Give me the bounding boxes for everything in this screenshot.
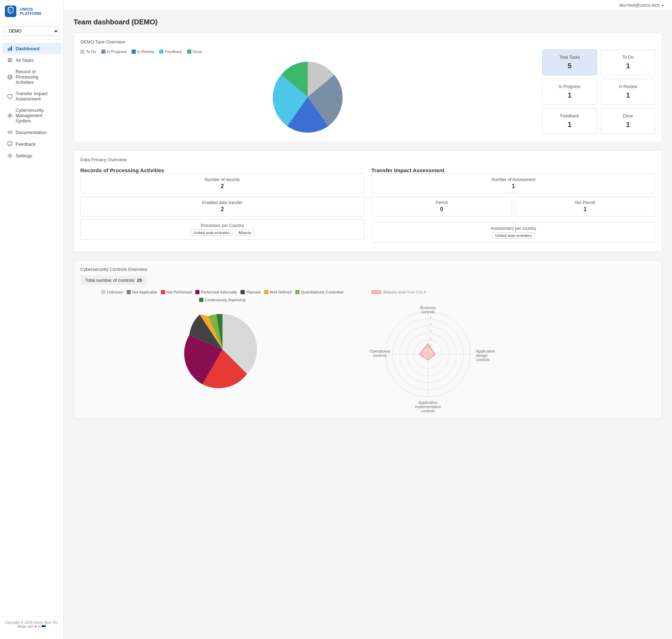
made-with-text: Made with ♥ in 🇪🇪: [4, 625, 59, 628]
tia-countries-label: Assessment per country: [377, 226, 650, 231]
ropa-data-transfer: Enabled data transfer 2: [80, 196, 364, 216]
radar-legend: Maturity level from 0 to 6: [371, 290, 655, 294]
legend-done: Done: [187, 50, 202, 54]
svg-line-15: [10, 131, 10, 134]
svg-text:4: 4: [430, 323, 431, 326]
cyber-legend-ci: Continuously Improving: [199, 298, 245, 302]
cyber-label-planned: Planned: [246, 290, 260, 294]
stat-inprogress-value: 1: [548, 91, 592, 99]
svg-point-13: [9, 115, 11, 116]
task-overview-inner: To Do In Progress In Review: [80, 50, 655, 136]
legend-inprogress: In Progress: [101, 50, 127, 54]
svg-rect-5: [10, 47, 11, 51]
tia-not-permit-value: 1: [520, 206, 650, 213]
tia-countries-tags: United arab emirates: [377, 232, 650, 239]
cyber-pie-svg: [180, 307, 265, 392]
tia-not-permit: Not Permit 1: [515, 196, 656, 216]
cyber-dot-pi: [195, 290, 199, 294]
cyber-dot-unknown: [101, 290, 105, 294]
svg-text:controls: controls: [421, 409, 435, 413]
top-bar: dev+test@unicis.tech ▾: [64, 0, 672, 11]
sidebar-item-docs[interactable]: Documentation: [2, 127, 61, 138]
cyber-dot-na: [127, 290, 131, 294]
sidebar-item-dashboard[interactable]: Dashboard: [2, 43, 61, 54]
main-content: dev+test@unicis.tech ▾ Team dashboard (D…: [64, 0, 672, 639]
cybersecurity-section: Cybersecurity Controls Overview Total nu…: [74, 260, 662, 419]
radar-axis-app-impl: Application: [418, 400, 438, 405]
stat-inprogress: In Progress 1: [542, 79, 597, 105]
sidebar-item-cms[interactable]: Cybersecurity Management System: [2, 105, 61, 126]
code-icon: [7, 129, 13, 135]
svg-text:implementation: implementation: [415, 405, 441, 409]
stat-inreview-label: In Review: [606, 84, 650, 89]
sidebar-item-ropa[interactable]: Record of Processing Activities: [2, 66, 61, 88]
sidebar-item-tia[interactable]: Transfer Impact Assessment: [2, 88, 61, 104]
svg-text:controls: controls: [476, 358, 490, 362]
svg-text:controls: controls: [421, 310, 435, 314]
legend-feedback-label: Feedback: [165, 50, 182, 54]
cyber-label-qc: Quantitatively Controlled: [301, 290, 343, 294]
cyber-label-ci: Continuously Improving: [205, 298, 245, 302]
tia-permit-label: Permit: [377, 200, 507, 205]
tia-col: Transfer Impact Assessment Number of Ass…: [371, 167, 655, 245]
cyber-pie-wrap: [80, 307, 364, 392]
cyber-legend-na: Not Applicable: [127, 290, 157, 294]
sidebar-logo: UNICIS PLATFORM: [0, 0, 63, 23]
ropa-col: Records of Processing Activities Number …: [80, 167, 364, 245]
stat-done: Done 1: [601, 108, 655, 134]
tia-not-permit-label: Not Permit: [520, 200, 650, 205]
task-chart-area: To Do In Progress In Review: [80, 50, 535, 136]
user-menu-chevron[interactable]: ▾: [662, 4, 664, 7]
cog-icon: [7, 153, 13, 158]
total-controls-badge: Total number of controls 25: [80, 275, 147, 285]
total-controls-label: Total number of controls: [85, 278, 134, 283]
team-selector-wrap[interactable]: DEMO: [0, 23, 63, 40]
legend-todo-label: To Do: [86, 50, 96, 54]
ropa-countries: Processes per Country United arab emirat…: [80, 219, 364, 240]
legend-inreview-label: In Review: [137, 50, 154, 54]
task-legend: To Do In Progress In Review: [80, 50, 535, 54]
stat-inprogress-label: In Progress: [548, 84, 592, 89]
sidebar-item-feedback[interactable]: Feedback: [2, 138, 61, 150]
task-overview-section: DEMO Task Overview To Do In Progress: [74, 33, 662, 143]
stat-total-value: 5: [548, 62, 592, 70]
data-privacy-section: Data Privacy Overview Records of Process…: [74, 150, 662, 252]
ropa-num-records-value: 2: [86, 183, 359, 190]
ropa-countries-tags: United arab emirates Albania: [86, 230, 359, 236]
stat-feedback-label: Feedback: [548, 114, 592, 118]
cyber-legend: Unknown Not Applicable Not Performed: [80, 290, 364, 302]
stat-todo-value: 1: [606, 62, 650, 70]
list-icon: [7, 57, 13, 63]
svg-point-14: [8, 114, 12, 117]
stat-inreview-value: 1: [606, 91, 650, 99]
sidebar-item-docs-label: Documentation: [16, 130, 46, 135]
task-overview-label: DEMO Task Overview: [80, 39, 655, 45]
app-logo-icon: [4, 5, 17, 18]
ropa-title: Records of Processing Activities: [80, 167, 364, 173]
tia-countries: Assessment per country United arab emira…: [371, 222, 655, 243]
svg-text:design: design: [476, 353, 487, 358]
cyber-dot-qc: [295, 290, 300, 294]
cyber-label-pi: Performed Informally: [201, 290, 237, 294]
cyber-label-unknown: Unknown: [107, 290, 123, 294]
cyber-legend-qc: Quantitatively Controlled: [295, 290, 343, 294]
svg-text:controls: controls: [373, 353, 387, 358]
cyber-legend-np: Not Performed: [161, 290, 192, 294]
sidebar-item-all-tasks[interactable]: All Tasks: [2, 54, 61, 66]
bar-chart-icon: [7, 46, 13, 51]
ropa-tag-albania: Albania: [235, 230, 254, 236]
svg-text:5: 5: [430, 315, 431, 319]
cyber-label-wd: Well Defined: [270, 290, 292, 294]
app-layout: UNICIS PLATFORM DEMO Dashboard A: [0, 0, 672, 639]
ropa-data-transfer-label: Enabled data transfer: [86, 200, 359, 205]
ropa-countries-label: Processes per Country: [86, 223, 359, 228]
team-select[interactable]: DEMO: [4, 27, 59, 36]
data-privacy-label: Data Privacy Overview: [80, 157, 655, 162]
legend-inprogress-label: In Progress: [107, 50, 127, 54]
sidebar-item-settings[interactable]: Settings: [2, 150, 61, 161]
radar-axis-operational: Operational: [370, 349, 390, 353]
logo-text: UNICIS PLATFORM: [20, 7, 41, 16]
legend-done-dot: [187, 50, 191, 54]
svg-point-17: [8, 154, 12, 158]
svg-point-16: [9, 155, 11, 156]
